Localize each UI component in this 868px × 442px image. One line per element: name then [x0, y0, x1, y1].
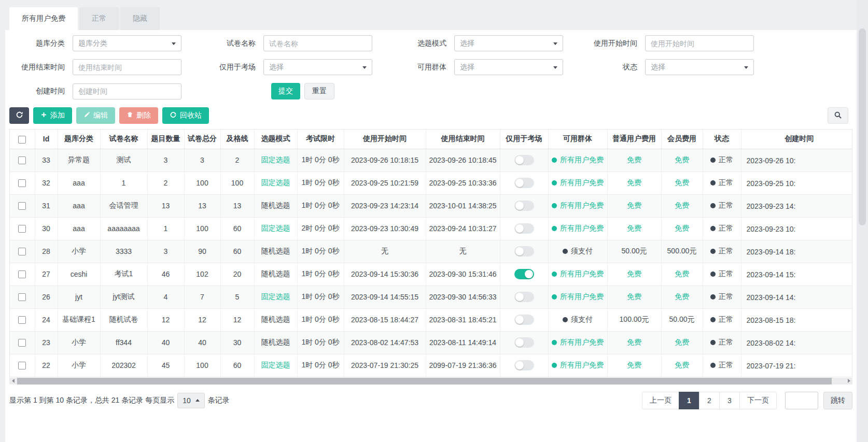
exam-only-toggle[interactable] — [514, 155, 534, 165]
cell-id: 22 — [35, 354, 58, 377]
row-checkbox[interactable] — [18, 316, 26, 324]
mode-select[interactable]: 选择 — [454, 35, 563, 51]
group-status-dot — [552, 158, 557, 163]
filter-label-group: 可用群体 — [387, 63, 454, 72]
row-checkbox[interactable] — [18, 270, 26, 278]
tab-normal[interactable]: 正常 — [79, 7, 119, 30]
mode-link[interactable]: 固定选题 — [261, 178, 290, 187]
col-header-user_fee[interactable]: 普通用户费用 — [607, 130, 661, 149]
col-header-id[interactable]: Id — [35, 130, 58, 149]
cell-status: 正常 — [703, 308, 741, 331]
tab-all-users-free[interactable]: 所有用户免费 — [9, 7, 78, 30]
row-checkbox[interactable] — [18, 225, 26, 233]
cell-sel — [10, 217, 35, 240]
status-select[interactable]: 选择 — [645, 59, 754, 75]
row-checkbox[interactable] — [18, 202, 26, 210]
exam-only-toggle[interactable] — [514, 360, 534, 370]
horizontal-scrollbar[interactable] — [9, 378, 852, 384]
col-header-group[interactable]: 可用群体 — [548, 130, 607, 149]
end-time-input[interactable] — [73, 59, 181, 75]
refresh-button[interactable] — [9, 107, 29, 124]
jump-button[interactable]: 跳转 — [823, 392, 852, 409]
exam-only-toggle[interactable] — [514, 337, 534, 348]
cell-id: 24 — [35, 308, 58, 331]
exam-only-toggle[interactable] — [514, 223, 534, 234]
col-header-limit[interactable]: 考试限时 — [297, 130, 344, 149]
vertical-scrollbar-thumb[interactable] — [859, 28, 866, 225]
cell-id: 31 — [35, 194, 58, 217]
horizontal-scrollbar-thumb[interactable] — [17, 378, 832, 384]
cell-name: jyt测试 — [100, 286, 147, 308]
page-size-select[interactable]: 10 — [177, 393, 205, 408]
cell-user_fee: 免费 — [607, 217, 661, 240]
row-checkbox[interactable] — [18, 339, 26, 347]
cell-name: 1 — [100, 172, 147, 194]
col-header-total[interactable]: 试卷总分 — [184, 130, 220, 149]
edit-button[interactable]: 编辑 — [76, 107, 115, 124]
vertical-scrollbar[interactable] — [857, 0, 868, 442]
row-checkbox[interactable] — [18, 293, 26, 301]
cell-category: jyt — [58, 286, 100, 308]
cell-sel — [10, 240, 35, 263]
jump-page-input[interactable] — [785, 392, 818, 409]
row-checkbox[interactable] — [18, 156, 26, 164]
start-time-input[interactable] — [645, 35, 754, 51]
row-checkbox[interactable] — [18, 362, 26, 369]
cell-status: 正常 — [703, 263, 741, 286]
exam-only-toggle[interactable] — [514, 246, 534, 256]
col-header-status[interactable]: 状态 — [703, 130, 741, 149]
cell-qty: 1 — [147, 217, 184, 240]
category-select[interactable]: 题库分类 — [73, 35, 181, 51]
row-checkbox[interactable] — [18, 179, 26, 187]
next-page-button[interactable]: 下一页 — [739, 392, 777, 409]
scroll-right-arrow-icon[interactable] — [845, 378, 852, 384]
recycle-bin-button[interactable]: 回收站 — [162, 107, 209, 124]
col-header-pass[interactable]: 及格线 — [220, 130, 254, 149]
col-header-member_fee[interactable]: 会员费用 — [661, 130, 703, 149]
mode-link[interactable]: 固定选题 — [261, 292, 290, 301]
page-button-1[interactable]: 1 — [679, 392, 699, 409]
add-button[interactable]: 添加 — [33, 107, 72, 124]
refresh-icon — [16, 111, 23, 120]
mode-link[interactable]: 固定选题 — [261, 361, 290, 369]
cell-mode: 随机选题 — [254, 263, 297, 286]
paper-name-input[interactable] — [263, 35, 372, 51]
mode-link[interactable]: 固定选题 — [261, 155, 290, 164]
col-header-start[interactable]: 使用开始时间 — [344, 130, 426, 149]
group-text: 所有用户免费 — [560, 178, 604, 187]
col-header-exam_only[interactable]: 仅用于考场 — [500, 130, 548, 149]
page-button-3[interactable]: 3 — [719, 392, 740, 409]
cell-created: 2023-07-19 21: — [741, 354, 852, 377]
page-button-2[interactable]: 2 — [699, 392, 720, 409]
group-text: 所有用户免费 — [560, 292, 604, 301]
created-time-input[interactable] — [73, 83, 181, 99]
exam-only-toggle[interactable] — [514, 201, 534, 211]
exam-only-toggle[interactable] — [514, 178, 534, 188]
recycle-icon — [170, 111, 177, 120]
col-header-qty[interactable]: 题目数量 — [147, 130, 184, 149]
col-header-mode[interactable]: 选题模式 — [254, 130, 297, 149]
submit-button[interactable]: 提交 — [271, 83, 300, 99]
col-header-name[interactable]: 试卷名称 — [100, 130, 147, 149]
cell-group: 所有用户免费 — [548, 217, 607, 240]
cell-sel — [10, 263, 35, 286]
tab-hidden[interactable]: 隐藏 — [120, 7, 160, 30]
prev-page-button[interactable]: 上一页 — [642, 392, 679, 409]
exam-only-toggle[interactable] — [514, 292, 534, 302]
reset-button[interactable]: 重置 — [304, 83, 334, 99]
select-all-checkbox[interactable] — [18, 136, 26, 144]
col-header-end[interactable]: 使用结束时间 — [426, 130, 500, 149]
col-header-category[interactable]: 题库分类 — [58, 130, 100, 149]
status-text: 正常 — [719, 338, 733, 346]
row-checkbox[interactable] — [18, 248, 26, 255]
col-header-created[interactable]: 创建时间 — [741, 130, 852, 149]
delete-button[interactable]: 删除 — [119, 107, 158, 124]
exam-only-toggle[interactable] — [514, 269, 534, 279]
mode-link[interactable]: 固定选题 — [261, 224, 290, 232]
cell-status: 正常 — [703, 286, 741, 308]
exam-only-toggle[interactable] — [514, 315, 534, 325]
exam-only-select[interactable]: 选择 — [263, 59, 372, 75]
group-select[interactable]: 选择 — [454, 59, 563, 75]
search-button[interactable] — [828, 107, 848, 124]
scroll-left-arrow-icon[interactable] — [9, 378, 17, 384]
